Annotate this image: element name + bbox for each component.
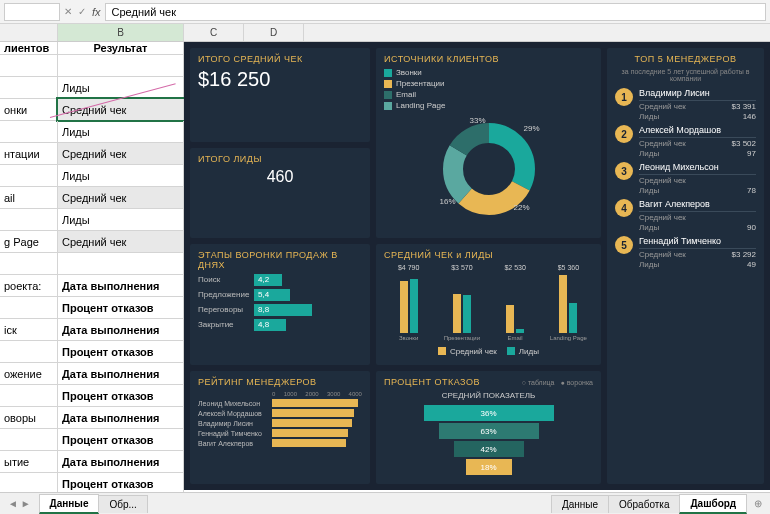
bar-column: $5 360Landing Page xyxy=(544,264,593,341)
cell-b[interactable]: Лиды xyxy=(58,77,184,98)
cell-a[interactable] xyxy=(0,297,58,318)
accept-icon[interactable]: ✓ xyxy=(78,6,86,18)
sheet-tab[interactable]: Обр... xyxy=(98,495,147,513)
cell-a[interactable]: іск xyxy=(0,319,58,340)
donut-chart: 33% 29% 22% 16% xyxy=(434,114,544,224)
manager-row: 2Алексей МордашовСредний чек$3 502Лиды97 xyxy=(615,125,756,158)
sheet-tab[interactable]: Обработка xyxy=(608,495,680,513)
cell-b[interactable]: Лиды xyxy=(58,121,184,142)
col-a[interactable] xyxy=(0,24,58,41)
stage-row: Переговоры8,8 xyxy=(198,304,362,316)
cell-a[interactable] xyxy=(0,253,58,274)
seg-label: 29% xyxy=(523,124,539,133)
cell-a[interactable] xyxy=(0,165,58,186)
cell-b[interactable] xyxy=(58,253,184,274)
cell-b[interactable]: Дата выполнения xyxy=(58,319,184,340)
table-row: онкиСредний чек xyxy=(0,99,184,121)
cell-a[interactable] xyxy=(0,385,58,406)
cell-b[interactable]: Лиды xyxy=(58,165,184,186)
col-d[interactable]: D xyxy=(244,24,304,41)
refusal-header: СРЕДНИЙ ПОКАЗАТЕЛЬ xyxy=(384,391,593,400)
sheet-tab[interactable]: Данные xyxy=(551,495,609,513)
sheet-tab[interactable]: Данные xyxy=(39,494,100,514)
cell-a[interactable] xyxy=(0,473,58,494)
stage-row: Предложение5,4 xyxy=(198,289,362,301)
panel-title: ТОП 5 МЕНЕДЖЕРОВ xyxy=(615,54,756,64)
cell-b[interactable]: Процент отказов xyxy=(58,297,184,318)
cell-a[interactable] xyxy=(0,77,58,98)
cell-a[interactable]: нтации xyxy=(0,143,58,164)
cell-b[interactable]: Дата выполнения xyxy=(58,275,184,296)
manager-row: 3Леонид МихельсонСредний чекЛиды78 xyxy=(615,162,756,195)
cell-b[interactable]: Лиды xyxy=(58,209,184,230)
cell-a[interactable]: ытие xyxy=(0,451,58,472)
toggle-table[interactable]: ○ таблица xyxy=(522,379,555,386)
formula-icons: ✕ ✓ fx xyxy=(64,6,101,18)
cell-b[interactable]: Дата выполнения xyxy=(58,363,184,384)
stage-row: Закрытие4,8 xyxy=(198,319,362,331)
tab-nav[interactable]: ◄ ► xyxy=(0,498,39,509)
table-row: ожениеДата выполнения xyxy=(0,363,184,385)
cell-b[interactable]: Процент отказов xyxy=(58,385,184,406)
cell-b[interactable]: Процент отказов xyxy=(58,341,184,362)
fx-icon[interactable]: fx xyxy=(92,6,101,18)
table-row: Процент отказов xyxy=(0,385,184,407)
name-box[interactable] xyxy=(4,3,60,21)
table-row: Лиды xyxy=(0,165,184,187)
table-row: іскДата выполнения xyxy=(0,319,184,341)
cell-b[interactable] xyxy=(58,55,184,76)
cell-a[interactable] xyxy=(0,55,58,76)
formula-bar: ✕ ✓ fx Средний чек xyxy=(0,0,770,24)
cell-a[interactable]: ail xyxy=(0,187,58,208)
cell-a[interactable] xyxy=(0,429,58,450)
col-c[interactable]: C xyxy=(184,24,244,41)
panel-rating: РЕЙТИНГ МЕНЕДЖЕРОВ 01000200030004000 Лео… xyxy=(190,371,370,484)
legend-item: Звонки xyxy=(384,68,593,77)
cell-a[interactable]: оворы xyxy=(0,407,58,428)
panel-sources: ИСТОЧНИКИ КЛИЕНТОВ ЗвонкиПрезентацииEmai… xyxy=(376,48,601,238)
cell-b[interactable]: Процент отказов xyxy=(58,429,184,450)
cell-a[interactable] xyxy=(0,121,58,142)
panel-title: ПРОЦЕНТ ОТКАЗОВ xyxy=(384,377,480,387)
legend-leads: Лиды xyxy=(507,347,539,356)
table-row: роекта:Дата выполнения xyxy=(0,275,184,297)
panel-title: РЕЙТИНГ МЕНЕДЖЕРОВ xyxy=(198,377,362,387)
cell-b[interactable]: Процент отказов xyxy=(58,473,184,494)
cell-a[interactable] xyxy=(0,341,58,362)
table-row: g PageСредний чек xyxy=(0,231,184,253)
col-b[interactable]: B xyxy=(58,24,184,41)
cell-a[interactable]: ожение xyxy=(0,363,58,384)
cancel-icon[interactable]: ✕ xyxy=(64,6,72,18)
add-sheet-icon[interactable]: ⊕ xyxy=(746,498,770,509)
header-row: лиентов Результат xyxy=(0,42,184,55)
table-row: нтацииСредний чек xyxy=(0,143,184,165)
cell-a[interactable] xyxy=(0,209,58,230)
formula-input[interactable]: Средний чек xyxy=(105,3,766,21)
cell-b[interactable]: Дата выполнения xyxy=(58,451,184,472)
funnel-segment: 63% xyxy=(439,423,539,439)
cell-a[interactable]: роекта: xyxy=(0,275,58,296)
cell-b[interactable]: Средний чек xyxy=(58,187,184,208)
rating-row: Геннадий Тимченко xyxy=(198,429,362,437)
stage-row: Поиск4,2 xyxy=(198,274,362,286)
toggle-funnel[interactable]: ● воронка xyxy=(561,379,593,386)
cell-b[interactable]: Средний чек xyxy=(58,143,184,164)
table-row: оворыДата выполнения xyxy=(0,407,184,429)
cell-a[interactable]: g Page xyxy=(0,231,58,252)
total-leads-value: 460 xyxy=(198,168,362,186)
cell-b[interactable]: Средний чек xyxy=(58,231,184,252)
grid-area: лиентов Результат ЛидыонкиСредний чекЛид… xyxy=(0,42,770,490)
panel-total-check: ИТОГО СРЕДНИЙ ЧЕК $16 250 xyxy=(190,48,370,142)
legend-item: Презентации xyxy=(384,79,593,88)
header-b[interactable]: Результат xyxy=(58,42,184,54)
cell-b[interactable]: Дата выполнения xyxy=(58,407,184,428)
header-a[interactable]: лиентов xyxy=(0,42,58,54)
rating-row: Алексей Мордашов xyxy=(198,409,362,417)
panel-bars: СРЕДНИЙ ЧЕК и ЛИДЫ $4 790Звонки$3 570Пре… xyxy=(376,244,601,366)
column-headers: B C D xyxy=(0,24,770,42)
bar-column: $4 790Звонки xyxy=(384,264,433,341)
funnel-segment: 36% xyxy=(424,405,554,421)
sheet-tab[interactable]: Дашборд xyxy=(679,494,747,514)
table-row: Процент отказов xyxy=(0,341,184,363)
seg-label: 16% xyxy=(440,197,456,206)
